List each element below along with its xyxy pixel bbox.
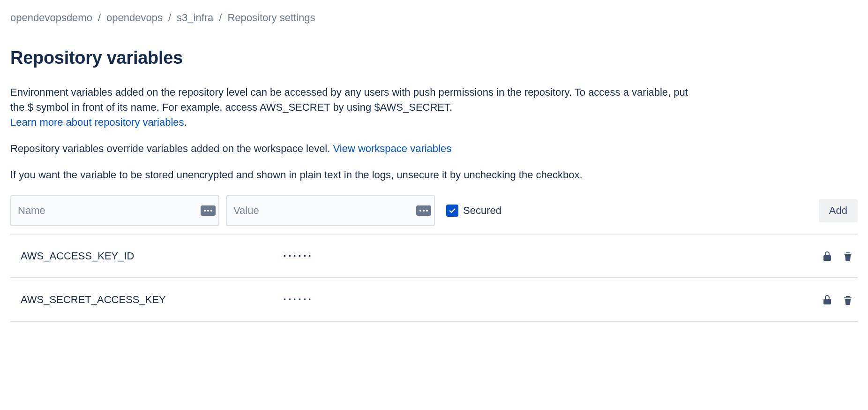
secured-toggle: Secured <box>446 203 501 218</box>
name-autofill-icon[interactable] <box>201 205 216 216</box>
name-input[interactable] <box>10 195 219 226</box>
variables-table: AWS_ACCESS_KEY_ID ······ AWS_SECRET_ACCE… <box>10 234 858 322</box>
secured-label: Secured <box>463 203 501 218</box>
breadcrumb: opendevopsdemo / opendevops / s3_infra /… <box>10 10 858 25</box>
value-autofill-icon[interactable] <box>416 205 431 216</box>
breadcrumb-item[interactable]: s3_infra <box>177 10 213 25</box>
add-variable-form: Secured Add <box>10 195 858 226</box>
row-actions <box>821 294 858 306</box>
secured-checkbox[interactable] <box>446 205 458 217</box>
breadcrumb-separator: / <box>98 10 101 25</box>
lock-icon[interactable] <box>821 294 833 306</box>
page-description-1: Environment variables added on the repos… <box>10 85 704 130</box>
variable-name: AWS_ACCESS_KEY_ID <box>21 249 283 264</box>
variable-name: AWS_SECRET_ACCESS_KEY <box>21 292 283 307</box>
check-icon <box>448 206 456 215</box>
name-input-wrap <box>10 195 219 226</box>
page-description-2: Repository variables override variables … <box>10 141 704 156</box>
learn-more-link[interactable]: Learn more about repository variables <box>10 116 184 128</box>
table-row: AWS_ACCESS_KEY_ID ······ <box>10 235 858 278</box>
breadcrumb-item[interactable]: Repository settings <box>227 10 315 25</box>
page-title: Repository variables <box>10 45 858 71</box>
breadcrumb-item[interactable]: opendevopsdemo <box>10 10 92 25</box>
table-row: AWS_SECRET_ACCESS_KEY ······ <box>10 278 858 322</box>
view-workspace-variables-link[interactable]: View workspace variables <box>333 143 451 154</box>
delete-icon[interactable] <box>842 294 854 306</box>
variable-value: ······ <box>283 248 821 264</box>
page-description-3: If you want the variable to be stored un… <box>10 167 704 182</box>
delete-icon[interactable] <box>842 250 854 262</box>
add-button[interactable]: Add <box>819 199 858 222</box>
lock-icon[interactable] <box>821 250 833 262</box>
breadcrumb-item[interactable]: opendevops <box>106 10 163 25</box>
variable-value: ······ <box>283 291 821 308</box>
value-input[interactable] <box>226 195 435 226</box>
row-actions <box>821 250 858 262</box>
breadcrumb-separator: / <box>168 10 171 25</box>
breadcrumb-separator: / <box>219 10 222 25</box>
value-input-wrap <box>226 195 435 226</box>
